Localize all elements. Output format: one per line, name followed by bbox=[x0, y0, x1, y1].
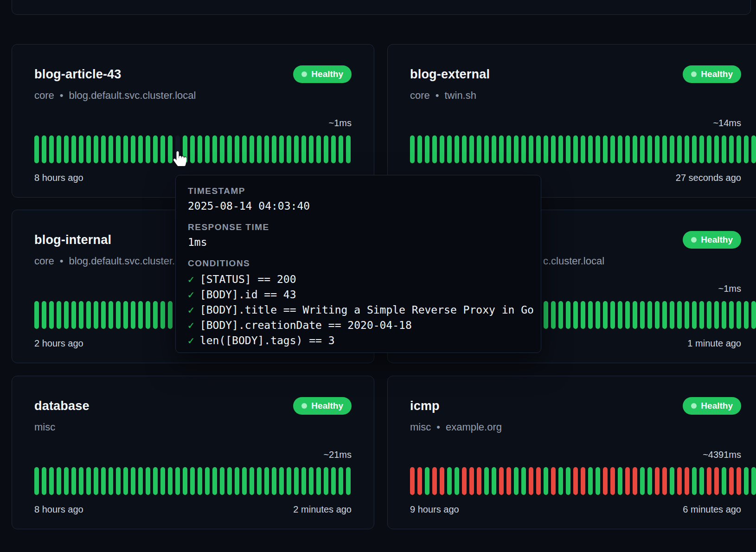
health-bar[interactable] bbox=[573, 135, 578, 163]
health-bar[interactable] bbox=[131, 135, 135, 163]
health-bar[interactable] bbox=[42, 467, 46, 495]
health-bar[interactable] bbox=[603, 467, 608, 495]
health-bar[interactable] bbox=[190, 467, 195, 495]
health-bar[interactable] bbox=[506, 135, 511, 163]
health-bar[interactable] bbox=[455, 135, 459, 163]
health-bar[interactable] bbox=[492, 467, 496, 495]
health-bar[interactable] bbox=[34, 301, 39, 329]
health-bar[interactable] bbox=[722, 301, 726, 329]
health-bar[interactable] bbox=[618, 467, 622, 495]
health-bar[interactable] bbox=[737, 301, 741, 329]
health-bar[interactable] bbox=[301, 467, 306, 495]
health-bar[interactable] bbox=[79, 301, 83, 329]
health-bar[interactable] bbox=[220, 467, 224, 495]
health-bar[interactable] bbox=[425, 467, 429, 495]
health-bar[interactable] bbox=[71, 301, 76, 329]
health-bar[interactable] bbox=[410, 135, 415, 163]
health-bar[interactable] bbox=[146, 301, 150, 329]
health-bar[interactable] bbox=[331, 135, 336, 163]
health-bar[interactable] bbox=[257, 135, 262, 163]
health-bar[interactable] bbox=[309, 135, 314, 163]
service-card-icmp[interactable]: icmp Healthy misc • example.org ~4391ms … bbox=[387, 376, 756, 529]
health-bar[interactable] bbox=[625, 467, 630, 495]
health-bar[interactable] bbox=[160, 135, 165, 163]
health-bar[interactable] bbox=[573, 467, 578, 495]
health-bar[interactable] bbox=[220, 135, 224, 163]
health-bar[interactable] bbox=[331, 467, 336, 495]
health-bar[interactable] bbox=[536, 135, 541, 163]
health-bar[interactable] bbox=[272, 467, 276, 495]
health-bar[interactable] bbox=[346, 467, 351, 495]
health-bar[interactable] bbox=[57, 467, 61, 495]
health-bar[interactable] bbox=[339, 467, 343, 495]
health-bar[interactable] bbox=[432, 135, 437, 163]
health-bar[interactable] bbox=[440, 135, 444, 163]
health-bar[interactable] bbox=[131, 467, 135, 495]
health-bar[interactable] bbox=[272, 135, 276, 163]
health-bar[interactable] bbox=[714, 467, 719, 495]
health-bar[interactable] bbox=[521, 135, 526, 163]
health-bar[interactable] bbox=[647, 301, 652, 329]
health-bar[interactable] bbox=[596, 467, 600, 495]
health-bar[interactable] bbox=[86, 135, 91, 163]
health-bar[interactable] bbox=[677, 301, 682, 329]
health-bar[interactable] bbox=[116, 467, 121, 495]
health-bar[interactable] bbox=[49, 135, 54, 163]
health-bar[interactable] bbox=[596, 135, 600, 163]
health-bar[interactable] bbox=[692, 135, 697, 163]
health-bar[interactable] bbox=[484, 135, 489, 163]
health-bar[interactable] bbox=[692, 467, 697, 495]
health-bar[interactable] bbox=[294, 135, 299, 163]
health-bar[interactable] bbox=[707, 467, 711, 495]
health-bar[interactable] bbox=[94, 467, 98, 495]
health-bar[interactable] bbox=[301, 135, 306, 163]
health-bar[interactable] bbox=[744, 467, 749, 495]
health-bar[interactable] bbox=[131, 301, 135, 329]
health-bar[interactable] bbox=[49, 467, 54, 495]
health-bar[interactable] bbox=[123, 135, 128, 163]
health-bar[interactable] bbox=[64, 467, 69, 495]
health-bar[interactable] bbox=[492, 135, 496, 163]
health-bar[interactable] bbox=[744, 301, 749, 329]
health-bar[interactable] bbox=[42, 135, 46, 163]
health-bar[interactable] bbox=[57, 135, 61, 163]
health-bar[interactable] bbox=[647, 135, 652, 163]
health-bar[interactable] bbox=[123, 301, 128, 329]
health-bar[interactable] bbox=[640, 301, 645, 329]
health-bar[interactable] bbox=[544, 467, 548, 495]
health-bar[interactable] bbox=[160, 467, 165, 495]
health-bar[interactable] bbox=[499, 467, 504, 495]
health-bar[interactable] bbox=[168, 135, 173, 163]
health-bar[interactable] bbox=[86, 467, 91, 495]
health-bar[interactable] bbox=[250, 135, 254, 163]
health-bar[interactable] bbox=[729, 467, 734, 495]
health-bar[interactable] bbox=[506, 467, 511, 495]
health-bar[interactable] bbox=[670, 467, 674, 495]
health-bar[interactable] bbox=[536, 467, 541, 495]
health-bar[interactable] bbox=[235, 467, 239, 495]
health-bar[interactable] bbox=[79, 467, 83, 495]
health-bar[interactable] bbox=[198, 467, 202, 495]
health-bar[interactable] bbox=[79, 135, 83, 163]
health-bar[interactable] bbox=[529, 135, 533, 163]
health-bar[interactable] bbox=[316, 135, 321, 163]
health-bar[interactable] bbox=[603, 135, 608, 163]
health-bar[interactable] bbox=[49, 301, 54, 329]
health-bar[interactable] bbox=[123, 467, 128, 495]
health-bar[interactable] bbox=[596, 301, 600, 329]
health-bar[interactable] bbox=[138, 301, 143, 329]
health-bar[interactable] bbox=[324, 467, 328, 495]
health-bar[interactable] bbox=[287, 467, 291, 495]
health-bar[interactable] bbox=[94, 301, 98, 329]
health-bar[interactable] bbox=[250, 467, 254, 495]
health-bar[interactable] bbox=[440, 467, 444, 495]
health-bar[interactable] bbox=[71, 467, 76, 495]
health-bar[interactable] bbox=[737, 135, 741, 163]
health-bar[interactable] bbox=[670, 301, 674, 329]
health-bar[interactable] bbox=[190, 135, 195, 163]
health-bar[interactable] bbox=[116, 135, 121, 163]
health-bar[interactable] bbox=[685, 467, 689, 495]
health-bar[interactable] bbox=[640, 467, 645, 495]
health-bar[interactable] bbox=[581, 135, 585, 163]
health-bar[interactable] bbox=[264, 135, 269, 163]
